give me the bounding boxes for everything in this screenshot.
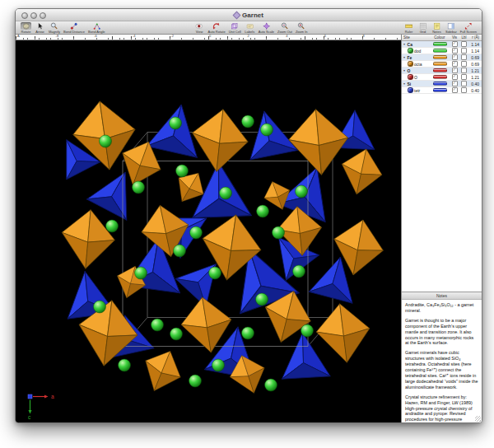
rotate-icon xyxy=(21,22,31,30)
visibility-checkbox[interactable]: ✓ xyxy=(452,68,458,73)
zoom-button[interactable] xyxy=(40,12,46,19)
tool-group-modes: Rotate Arrow Magnify xyxy=(19,22,107,34)
bond-distance-icon xyxy=(69,22,80,30)
disclosure-triangle[interactable]: ▾ xyxy=(403,82,405,86)
notes-text[interactable]: Andradite, Ca₃Fe₂Si₃O₁₂ - a garnet miner… xyxy=(402,300,482,422)
ruler-label: -8 xyxy=(56,35,59,38)
zoom-out-icon xyxy=(280,22,291,30)
site-radius-value: 1.14 xyxy=(468,42,482,47)
colour-swatch[interactable] xyxy=(433,55,447,60)
visibility-checkbox[interactable]: ✓ xyxy=(452,87,458,93)
site-group-name: Ca xyxy=(408,42,412,47)
resize-grip[interactable] xyxy=(475,416,481,422)
label-tag-icon xyxy=(245,22,255,30)
disclosure-triangle[interactable]: ▾ xyxy=(403,68,405,72)
auto-scale-diamond-icon xyxy=(261,22,272,30)
minimize-button[interactable] xyxy=(30,12,37,19)
arrow-tool-button[interactable]: Arrow xyxy=(33,22,47,34)
label-checkbox[interactable] xyxy=(461,61,467,67)
site-group-name: Fe xyxy=(408,55,412,60)
title-bar[interactable]: Garnet xyxy=(16,9,482,21)
site-row-octa[interactable]: octa✓0.69 xyxy=(402,61,482,68)
auto-rotate-button[interactable]: Auto Rotate xyxy=(207,22,227,34)
visibility-checkbox[interactable]: ✓ xyxy=(452,48,458,54)
rotate-tool-button[interactable]: Rotate xyxy=(19,22,33,34)
zoom-in-icon xyxy=(296,22,307,30)
site-row-Si[interactable]: ▾Si✓0.40 xyxy=(402,81,482,87)
close-button[interactable] xyxy=(21,12,28,19)
label-checkbox[interactable] xyxy=(461,54,467,60)
zoom-out-button[interactable]: Zoom Out xyxy=(276,22,294,34)
site-radius-value: 0.69 xyxy=(468,55,482,60)
site-row-Ca[interactable]: ▾Ca✓1.14 xyxy=(402,41,482,48)
column-lbl[interactable]: Lbl xyxy=(459,35,468,40)
column-radius[interactable]: r (Å) xyxy=(468,35,482,40)
unit-cell-button[interactable]: Unit Cell xyxy=(227,22,243,34)
grid-toggle-button[interactable]: Grid xyxy=(416,22,430,34)
structure-canvas[interactable]: a c xyxy=(16,40,401,422)
label-checkbox[interactable] xyxy=(461,41,467,47)
c-axis-label: c xyxy=(28,414,31,420)
site-row-O[interactable]: O✓1.21 xyxy=(402,74,482,81)
notes-panel-title[interactable]: Notes xyxy=(402,292,482,300)
atom-ball-icon xyxy=(408,74,413,80)
visibility-checkbox[interactable]: ✓ xyxy=(452,54,458,60)
column-site[interactable]: Site xyxy=(402,35,430,40)
traffic-lights xyxy=(21,12,46,19)
site-radius-value: 0.40 xyxy=(468,88,482,93)
notes-toggle-button[interactable]: Notes xyxy=(430,22,444,34)
site-group-name: Si xyxy=(408,82,412,86)
site-row-O[interactable]: ▾O✓1.21 xyxy=(402,68,482,74)
label-checkbox[interactable] xyxy=(461,68,467,73)
disclosure-triangle[interactable]: ▾ xyxy=(403,42,405,46)
ruler-label: 4 xyxy=(286,35,287,38)
site-row-Fe[interactable]: ▾Fe✓0.69 xyxy=(402,54,482,61)
site-radius-value: 0.40 xyxy=(468,82,482,86)
sidebar-toggle-button[interactable]: Sidebar xyxy=(444,22,459,34)
column-vis[interactable]: Vis xyxy=(450,35,459,40)
grid-icon xyxy=(417,22,428,30)
site-radius-value: 1.21 xyxy=(468,68,482,73)
site-name: octa xyxy=(414,62,422,67)
ruler-label: 8 xyxy=(362,35,364,38)
visibility-checkbox[interactable]: ✓ xyxy=(452,61,458,67)
bond-angle-tool-button[interactable]: Bond Angle xyxy=(86,22,106,34)
site-row-tetr[interactable]: tetr✓0.40 xyxy=(402,87,482,94)
label-checkbox[interactable] xyxy=(461,81,467,86)
colour-swatch[interactable] xyxy=(433,68,447,73)
site-radius-value: 1.21 xyxy=(468,75,482,80)
visibility-checkbox[interactable]: ✓ xyxy=(452,41,458,47)
bond-angle-icon xyxy=(91,22,102,30)
disclosure-triangle[interactable]: ▾ xyxy=(403,55,405,59)
colour-swatch[interactable] xyxy=(433,42,447,47)
site-name: O xyxy=(414,75,417,80)
atom-ball-icon xyxy=(408,48,413,54)
view-button[interactable]: View xyxy=(193,22,207,34)
zoom-in-button[interactable]: Zoom In xyxy=(294,22,310,34)
full-screen-button[interactable]: Full Screen xyxy=(459,22,478,34)
site-row-dod[interactable]: dod✓1.14 xyxy=(402,48,482,54)
colour-swatch[interactable] xyxy=(433,88,447,93)
unit-cell-cube-icon xyxy=(230,22,240,30)
colour-swatch[interactable] xyxy=(433,49,447,54)
desktop-background: Garnet Rotate Arrow xyxy=(0,0,494,448)
magnify-tool-button[interactable]: Magnify xyxy=(47,22,62,34)
label-checkbox[interactable] xyxy=(461,74,467,80)
visibility-checkbox[interactable]: ✓ xyxy=(452,81,458,86)
colour-swatch[interactable] xyxy=(433,62,447,67)
labels-button[interactable]: Labels xyxy=(243,22,257,34)
label-checkbox[interactable] xyxy=(461,87,467,93)
colour-swatch[interactable] xyxy=(433,75,447,80)
main-content: Å-8-6-4-202468 xyxy=(16,35,482,422)
bond-distance-tool-button[interactable]: Bond Distance xyxy=(62,22,86,34)
a-axis-arrow xyxy=(44,395,49,399)
tool-group-view: View Auto Rotate Unit Cell xyxy=(193,22,310,34)
ruler-toggle-button[interactable]: Ruler xyxy=(402,22,416,34)
window-title-area: Garnet xyxy=(234,12,263,19)
visibility-checkbox[interactable]: ✓ xyxy=(452,74,458,80)
colour-swatch[interactable] xyxy=(433,82,447,86)
column-colour[interactable]: Colour xyxy=(430,35,450,40)
auto-scale-button[interactable]: Auto Scale xyxy=(257,22,276,34)
magnifier-icon xyxy=(49,22,60,30)
label-checkbox[interactable] xyxy=(461,48,467,54)
